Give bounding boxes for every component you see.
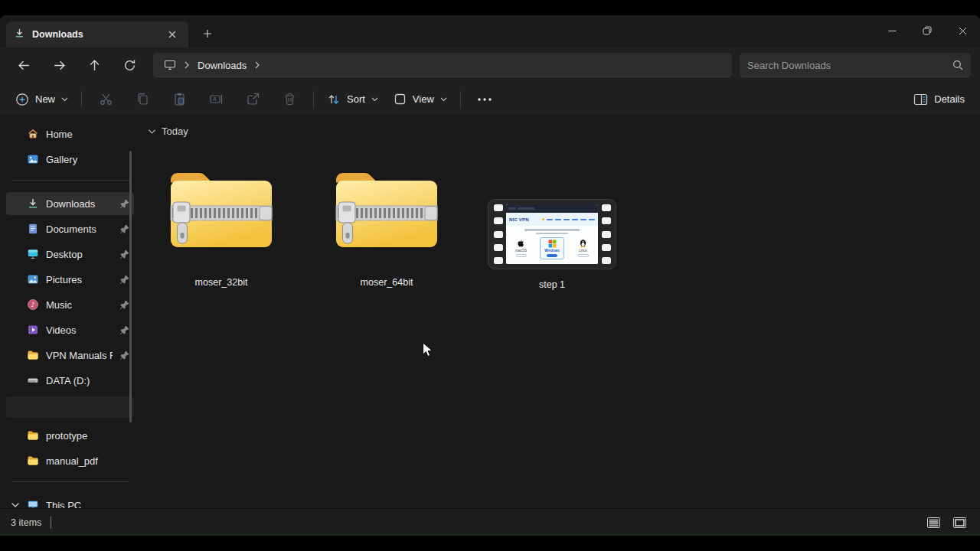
new-button[interactable]: New <box>8 87 76 112</box>
downloads-icon <box>27 197 39 210</box>
sidebar-item-label: Desktop <box>46 249 113 260</box>
zip-folder-icon <box>163 158 279 253</box>
window-controls <box>874 15 980 46</box>
pin-icon <box>119 199 129 209</box>
sidebar-item-label: Documents <box>46 223 113 235</box>
toolbar-separator <box>81 91 82 108</box>
sort-button[interactable]: Sort <box>319 87 386 112</box>
pin-icon <box>119 300 129 310</box>
file-item-moser-64bit[interactable]: moser_64bit <box>310 155 463 288</box>
sidebar-scrollbar[interactable] <box>129 151 132 422</box>
sidebar-item-label: prototype <box>46 430 129 442</box>
new-tab-button[interactable] <box>196 24 219 44</box>
details-button[interactable]: Details <box>906 87 972 112</box>
sidebar-item-label: Music <box>46 299 113 311</box>
view-button[interactable]: View <box>386 87 455 112</box>
paste-button[interactable] <box>162 87 196 112</box>
zip-folder-icon <box>328 158 445 253</box>
command-toolbar: New A Sor <box>0 83 980 116</box>
linux-tux-icon <box>579 239 587 248</box>
forward-button[interactable] <box>44 52 74 78</box>
large-icons-view-toggle[interactable] <box>949 514 969 531</box>
view-icon <box>394 93 407 106</box>
file-explorer-window: Downloads <box>0 15 980 536</box>
site-header: NIC VPN <box>506 213 598 226</box>
sidebar-item-vpn-manuals[interactable]: VPN Manuals Fina <box>6 344 134 367</box>
pictures-icon <box>27 273 39 285</box>
gallery-icon <box>27 153 39 165</box>
details-view-toggle[interactable] <box>923 514 943 531</box>
file-item-moser-32bit[interactable]: moser_32bit <box>145 155 298 288</box>
search-input[interactable] <box>747 60 952 71</box>
download-icon <box>14 28 25 42</box>
copy-icon <box>136 92 150 106</box>
chevron-down-icon[interactable] <box>11 502 20 508</box>
sidebar-item-prototype[interactable]: prototype <box>6 424 134 447</box>
close-button[interactable] <box>945 15 980 46</box>
sidebar-item-gallery[interactable]: Gallery <box>6 148 134 171</box>
toolbar-separator <box>460 91 461 108</box>
status-separator <box>51 517 51 529</box>
navigation-bar: Downloads <box>0 47 980 83</box>
filmstrip-holes-right <box>599 204 612 265</box>
breadcrumb-root[interactable] <box>159 55 181 75</box>
scissors-icon <box>99 92 113 106</box>
file-name-label: moser_64bit <box>361 277 413 288</box>
file-list-area[interactable]: Today <box>140 116 980 508</box>
search-icon[interactable] <box>952 60 963 70</box>
site-brand: NIC VPN <box>509 217 529 222</box>
chevron-down-icon <box>61 97 68 102</box>
sidebar-item-desktop[interactable]: Desktop <box>6 243 134 266</box>
svg-text:♪: ♪ <box>31 301 34 308</box>
tab-title: Downloads <box>32 29 157 40</box>
list-view-icon <box>927 517 940 528</box>
sidebar-item-documents[interactable]: Documents <box>6 217 134 240</box>
view-button-label: View <box>413 93 434 105</box>
sidebar-item-videos[interactable]: Videos <box>6 318 134 341</box>
sidebar-item-manual-pdf[interactable]: manual_pdf <box>6 449 134 472</box>
tab-bar: Downloads <box>0 15 980 47</box>
tab-downloads[interactable]: Downloads <box>6 21 188 47</box>
minimize-button[interactable] <box>874 15 910 46</box>
chevron-down-icon[interactable] <box>148 129 156 135</box>
sidebar-item-pictures[interactable]: Pictures <box>6 268 134 291</box>
more-options-button[interactable] <box>468 87 501 112</box>
pin-icon <box>119 224 129 234</box>
sidebar-item-home[interactable]: Home <box>6 122 134 145</box>
sidebar-item-label: manual_pdf <box>46 455 129 467</box>
sidebar-item-label: Downloads <box>46 198 113 210</box>
restore-button[interactable] <box>910 15 945 46</box>
group-header-today[interactable]: Today <box>148 126 188 137</box>
drive-icon <box>27 374 39 386</box>
video-thumbnail: NIC VPN macOS <box>488 199 616 269</box>
refresh-button[interactable] <box>114 52 145 78</box>
sidebar-item-downloads[interactable]: Downloads <box>6 192 134 215</box>
file-item-step-1[interactable]: NIC VPN macOS <box>475 155 629 290</box>
desktop-screen: Downloads <box>0 0 980 551</box>
folder-icon <box>27 455 39 467</box>
sidebar-item-music[interactable]: ♪ Music <box>6 293 134 316</box>
details-button-label: Details <box>934 93 965 105</box>
pin-icon <box>119 350 129 360</box>
copy-button[interactable] <box>126 87 159 112</box>
back-button[interactable] <box>8 52 39 78</box>
cut-button[interactable] <box>89 87 122 112</box>
large-icons-view-icon <box>953 517 966 528</box>
tab-close-icon[interactable] <box>164 26 181 43</box>
videos-icon <box>27 324 39 336</box>
delete-button[interactable] <box>273 87 306 112</box>
chevron-down-icon <box>440 97 447 102</box>
search-box[interactable] <box>740 53 971 77</box>
apple-icon <box>517 239 525 248</box>
sort-icon <box>327 93 341 106</box>
sidebar-item-data-drive[interactable]: DATA (D:) <box>6 369 134 392</box>
rename-button[interactable]: A <box>199 87 233 112</box>
os-label: Linux <box>579 249 587 253</box>
share-button[interactable] <box>236 87 270 112</box>
share-icon <box>246 92 260 106</box>
file-name-label: moser_32bit <box>195 277 248 288</box>
chevron-right-icon <box>184 61 190 69</box>
address-bar[interactable]: Downloads <box>153 53 732 77</box>
up-button[interactable] <box>79 52 109 78</box>
breadcrumb-segment[interactable]: Downloads <box>193 55 251 75</box>
